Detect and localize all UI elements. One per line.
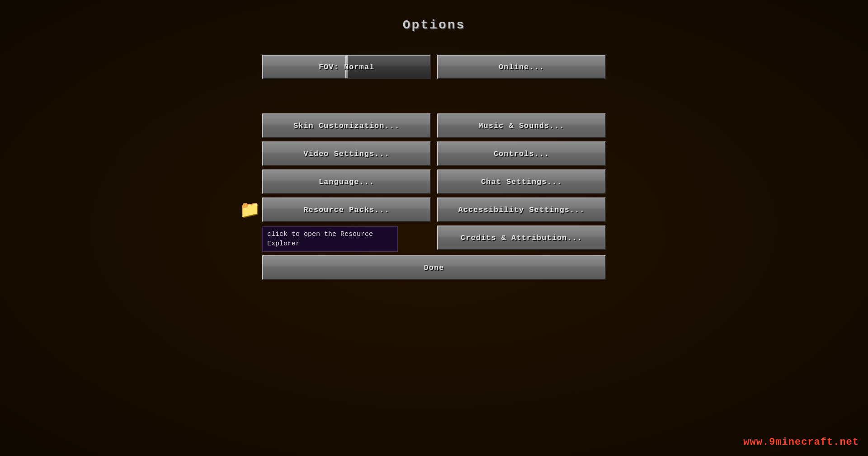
row-3: Video Settings... Controls... (262, 141, 606, 166)
resource-packs-button[interactable]: Resource Packs... (262, 197, 431, 222)
skin-customization-button[interactable]: Skin Customization... (262, 113, 431, 138)
credits-attribution-button[interactable]: Credits & Attribution... (437, 226, 606, 250)
chat-settings-button[interactable]: Chat Settings... (437, 169, 606, 194)
language-label: Language... (319, 178, 374, 186)
row-6: Credits & Attribution... (262, 226, 606, 250)
done-button[interactable]: Done (262, 255, 606, 280)
empty-space (262, 226, 431, 250)
main-content: Options FOV: Normal Online... Skin Custo… (0, 18, 868, 280)
music-sounds-button[interactable]: Music & Sounds... (437, 113, 606, 138)
buttons-grid: FOV: Normal Online... Skin Customization… (262, 55, 606, 280)
video-settings-label: Video Settings... (303, 150, 389, 158)
row-5: 📁 Resource Packs... click to open the Re… (262, 197, 606, 222)
done-label: Done (424, 263, 444, 272)
fov-button[interactable]: FOV: Normal (262, 55, 431, 79)
online-button[interactable]: Online... (437, 55, 606, 79)
row-1: FOV: Normal Online... (262, 55, 606, 79)
credits-attribution-label: Credits & Attribution... (461, 234, 582, 242)
row-4: Language... Chat Settings... (262, 169, 606, 194)
accessibility-settings-button[interactable]: Accessibility Settings... (437, 197, 606, 222)
fov-label: FOV: Normal (319, 63, 374, 71)
row-7: Done (262, 255, 606, 280)
tooltip-container: Resource Packs... click to open the Reso… (262, 197, 431, 222)
resource-packs-label: Resource Packs... (303, 206, 389, 214)
accessibility-settings-label: Accessibility Settings... (458, 206, 585, 214)
folder-icon: 📁 (240, 200, 260, 220)
row-2: Skin Customization... Music & Sounds... (262, 113, 606, 138)
chat-settings-label: Chat Settings... (481, 178, 562, 186)
skin-customization-label: Skin Customization... (293, 122, 400, 130)
page-title: Options (403, 18, 466, 32)
watermark: www.9minecraft.net (743, 437, 859, 448)
controls-label: Controls... (494, 150, 549, 158)
music-sounds-label: Music & Sounds... (478, 122, 564, 130)
video-settings-button[interactable]: Video Settings... (262, 141, 431, 166)
online-label: Online... (499, 63, 544, 71)
language-button[interactable]: Language... (262, 169, 431, 194)
resource-packs-container: 📁 Resource Packs... click to open the Re… (262, 197, 431, 222)
controls-button[interactable]: Controls... (437, 141, 606, 166)
spacer (262, 83, 606, 110)
